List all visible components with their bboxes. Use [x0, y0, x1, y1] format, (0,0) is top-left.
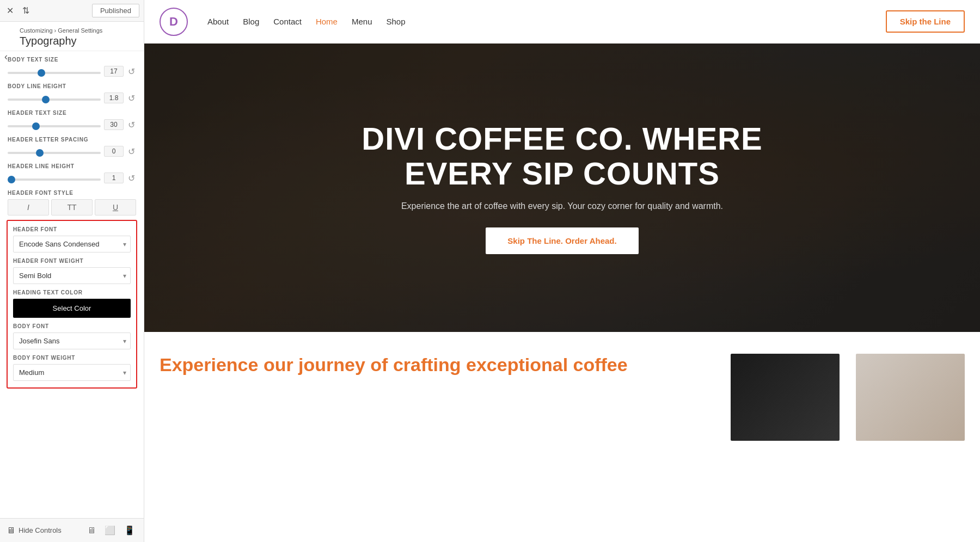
- header-letter-spacing-slider[interactable]: [8, 152, 101, 154]
- nav-link-home[interactable]: Home: [316, 17, 338, 26]
- body-line-height-label: BODY LINE HEIGHT: [8, 83, 136, 89]
- nav-link-menu[interactable]: Menu: [352, 17, 372, 26]
- heading-text-color-label: HEADING TEXT COLOR: [13, 290, 131, 295]
- below-hero-image-1: [731, 354, 840, 441]
- header-font-label: HEADER FONT: [13, 226, 131, 232]
- header-letter-spacing-label: HEADER LETTER SPACING: [8, 137, 136, 143]
- nav-link-contact[interactable]: Contact: [273, 17, 302, 26]
- top-bar: ✕ ⇅ Published: [0, 0, 144, 22]
- body-text-size-slider[interactable]: [8, 72, 101, 74]
- header-font-select[interactable]: Encode Sans Condensed Arial Georgia Robo…: [13, 236, 131, 252]
- header-text-size-input[interactable]: 30: [104, 119, 124, 130]
- header-font-style-label: HEADER FONT STYLE: [8, 190, 136, 196]
- bottom-bar: 🖥 Hide Controls 🖥 ⬜ 📱: [0, 518, 144, 542]
- swap-icon[interactable]: ⇅: [20, 4, 32, 17]
- hero-content: DIVI COFFEE CO. WHERE EVERY SIP COUNTS E…: [345, 121, 780, 255]
- desktop-icon[interactable]: 🖥: [85, 524, 98, 537]
- body-line-height-input[interactable]: 1.8: [104, 93, 124, 103]
- nav-left: D About Blog Contact Home Menu Shop: [160, 8, 406, 36]
- header-line-height-reset[interactable]: ↺: [127, 173, 136, 183]
- header-letter-spacing-input[interactable]: 0: [104, 146, 124, 157]
- header-text-size-reset[interactable]: ↺: [127, 120, 136, 130]
- preview-area: D About Blog Contact Home Menu Shop Skip…: [144, 0, 980, 542]
- header-line-height-slider-wrap: [8, 173, 101, 183]
- font-style-italic-button[interactable]: I: [8, 199, 49, 215]
- top-bar-icons: ✕ ⇅: [4, 4, 32, 17]
- header-text-size-label: HEADER TEXT SIZE: [8, 110, 136, 116]
- hide-controls-label: Hide Controls: [19, 526, 62, 534]
- header-letter-spacing-slider-wrap: [8, 146, 101, 156]
- font-style-row: I TT U: [8, 199, 136, 215]
- published-button[interactable]: Published: [92, 4, 139, 17]
- header-line-height-row: 1 ↺: [8, 173, 136, 183]
- site-navigation: D About Blog Contact Home Menu Shop Skip…: [144, 0, 980, 44]
- panel-title: Typography: [8, 35, 136, 47]
- hero-section: DIVI COFFEE CO. WHERE EVERY SIP COUNTS E…: [144, 44, 980, 332]
- below-hero-title: Experience our journey of crafting excep…: [160, 354, 714, 376]
- hero-title: DIVI COFFEE CO. WHERE EVERY SIP COUNTS: [356, 121, 769, 191]
- body-line-height-reset[interactable]: ↺: [127, 93, 136, 103]
- left-panel: ✕ ⇅ Published ‹ Customizing › General Se…: [0, 0, 144, 542]
- nav-link-shop[interactable]: Shop: [386, 17, 405, 26]
- below-hero-section: Experience our journey of crafting excep…: [144, 332, 980, 542]
- back-button[interactable]: ‹: [0, 49, 12, 65]
- body-text-size-slider-wrap: [8, 66, 101, 76]
- body-line-height-slider[interactable]: [8, 98, 101, 101]
- header-text-size-slider[interactable]: [8, 125, 101, 127]
- body-font-weight-label: BODY FONT WEIGHT: [13, 355, 131, 361]
- hide-controls-button[interactable]: 🖥 Hide Controls: [7, 526, 62, 535]
- header-letter-spacing-row: 0 ↺: [8, 146, 136, 157]
- nav-link-blog[interactable]: Blog: [243, 17, 259, 26]
- body-text-size-input[interactable]: 17: [104, 66, 124, 77]
- breadcrumb: Customizing › General Settings: [8, 27, 136, 34]
- header-text-size-slider-wrap: [8, 120, 101, 130]
- body-font-select[interactable]: Josefin Sans Arial Georgia Lato: [13, 332, 131, 349]
- tablet-icon[interactable]: ⬜: [102, 524, 118, 537]
- below-hero-text: Experience our journey of crafting excep…: [160, 354, 714, 531]
- monitor-icon: 🖥: [7, 526, 15, 535]
- hero-subtitle: Experience the art of coffee with every …: [356, 201, 769, 211]
- mobile-icon[interactable]: 📱: [122, 524, 137, 537]
- header-line-height-input[interactable]: 1: [104, 173, 124, 183]
- header-font-select-wrap: Encode Sans Condensed Arial Georgia Robo…: [13, 236, 131, 252]
- header-line-height-label: HEADER LINE HEIGHT: [8, 163, 136, 169]
- controls-area: BODY TEXT SIZE 17 ↺ BODY LINE HEIGHT 1.8…: [0, 51, 144, 518]
- nav-link-about[interactable]: About: [207, 17, 229, 26]
- body-font-weight-select-wrap: Medium Normal Bold Light ▾: [13, 364, 131, 381]
- header-line-height-slider[interactable]: [8, 178, 101, 181]
- body-line-height-row: 1.8 ↺: [8, 93, 136, 103]
- select-color-button[interactable]: Select Color: [13, 299, 131, 318]
- body-text-size-row: 17 ↺: [8, 66, 136, 77]
- below-hero-image-2: [856, 354, 965, 441]
- body-line-height-slider-wrap: [8, 93, 101, 103]
- body-font-select-wrap: Josefin Sans Arial Georgia Lato ▾: [13, 332, 131, 349]
- body-font-weight-select[interactable]: Medium Normal Bold Light: [13, 364, 131, 381]
- body-text-size-label: BODY TEXT SIZE: [8, 57, 136, 63]
- close-icon[interactable]: ✕: [4, 4, 16, 17]
- nav-cta-button[interactable]: Skip the Line: [886, 10, 965, 33]
- device-icons-group: 🖥 ⬜ 📱: [85, 524, 137, 537]
- header-text-size-row: 30 ↺: [8, 119, 136, 130]
- breadcrumb-area: ‹ Customizing › General Settings Typogra…: [0, 22, 144, 51]
- header-font-weight-label: HEADER FONT WEIGHT: [13, 258, 131, 264]
- header-font-weight-select-wrap: Semi Bold Normal Bold Light ▾: [13, 267, 131, 284]
- hero-cta-button[interactable]: Skip The Line. Order Ahead.: [486, 227, 638, 254]
- font-style-underline-button[interactable]: U: [95, 199, 136, 215]
- highlighted-section: HEADER FONT Encode Sans Condensed Arial …: [7, 220, 137, 389]
- nav-links: About Blog Contact Home Menu Shop: [207, 17, 406, 26]
- body-text-size-reset[interactable]: ↺: [127, 66, 136, 77]
- header-font-weight-select[interactable]: Semi Bold Normal Bold Light: [13, 267, 131, 284]
- font-style-tt-button[interactable]: TT: [51, 199, 93, 215]
- header-letter-spacing-reset[interactable]: ↺: [127, 146, 136, 157]
- site-logo: D: [160, 8, 188, 36]
- body-font-label: BODY FONT: [13, 323, 131, 329]
